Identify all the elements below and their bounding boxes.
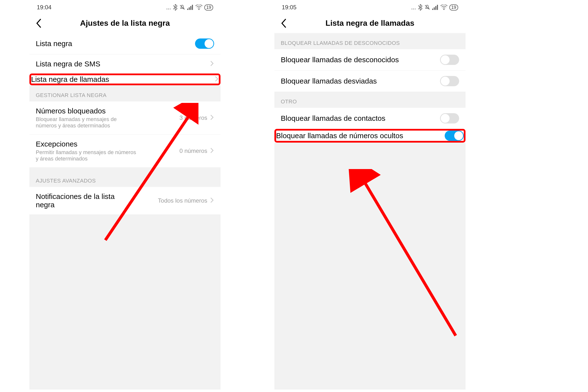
status-time: 19:04 [37, 4, 52, 11]
chevron-right-icon [210, 61, 214, 67]
svg-line-9 [362, 179, 456, 336]
section-desconocidos: BLOQUEAR LLAMADAS DE DESCONOCIDOS [274, 33, 466, 49]
chevron-right-icon [210, 148, 214, 154]
row-numeros-bloqueados[interactable]: Números bloqueados Bloquear llamadas y m… [30, 102, 220, 134]
row-title: Bloquear llamadas de desconocidos [281, 56, 440, 64]
row-title: Lista negra de llamadas [31, 75, 215, 84]
section-gestionar: GESTIONAR LISTA NEGRA [30, 85, 220, 102]
status-time: 19:05 [282, 4, 296, 11]
svg-rect-3 [192, 5, 193, 10]
row-bloquear-contactos[interactable]: Bloquear llamadas de contactos [274, 108, 466, 129]
row-title: Bloquear llamadas de contactos [281, 114, 440, 122]
status-icons: ... 19 [166, 4, 213, 11]
more-icon: ... [166, 4, 171, 11]
row-lista-sms[interactable]: Lista negra de SMS [30, 54, 220, 74]
svg-rect-6 [434, 7, 435, 10]
svg-rect-7 [435, 6, 436, 10]
signal-icon [432, 5, 438, 10]
row-subtitle: Permitir llamadas y mensajes de números … [36, 149, 139, 162]
row-lista-llamadas[interactable]: Lista negra de llamadas [30, 74, 220, 85]
row-value: 3 números [180, 114, 207, 121]
row-bloquear-desviadas[interactable]: Bloquear llamadas desviadas [274, 70, 466, 92]
row-title: Lista negra [36, 40, 195, 48]
toggle-desconocidos[interactable] [440, 55, 459, 65]
row-title: Lista negra de SMS [36, 60, 210, 68]
toggle-desviadas[interactable] [440, 76, 459, 86]
phone-right-screen: 19:05 ... 19 Lista negra de llamadas BLO… [274, 2, 466, 390]
bluetooth-icon [173, 4, 178, 10]
battery-icon: 19 [449, 4, 458, 10]
svg-rect-5 [432, 8, 433, 10]
row-subtitle: Bloquear llamadas y mensajes de números … [36, 116, 139, 129]
status-bar: 19:05 ... 19 [274, 2, 466, 13]
page-title: Ajustes de la lista negra [36, 18, 214, 28]
section-otro: OTRO [274, 92, 466, 108]
section-avanzados: AJUSTES AVANZADOS [30, 171, 220, 187]
phone-left-screen: 19:04 ... 19 Ajustes de la lista negra L… [30, 2, 220, 390]
row-title: Notificaciones de la lista negra [36, 192, 124, 209]
row-value: 0 números [180, 148, 207, 154]
chevron-right-icon [210, 198, 214, 204]
header: Ajustes de la lista negra [30, 13, 220, 33]
more-icon: ... [411, 4, 416, 11]
row-value: Todos los números [158, 197, 207, 204]
svg-rect-0 [187, 8, 188, 10]
page-title: Lista negra de llamadas [281, 18, 459, 28]
svg-rect-1 [189, 7, 190, 10]
chevron-right-icon [215, 76, 219, 82]
status-bar: 19:04 ... 19 [30, 2, 220, 13]
toggle-ocultos[interactable] [445, 130, 464, 141]
svg-rect-8 [437, 5, 438, 10]
header: Lista negra de llamadas [274, 13, 466, 33]
battery-icon: 19 [204, 4, 213, 10]
wifi-icon [440, 5, 447, 10]
wifi-icon [196, 5, 202, 10]
row-excepciones[interactable]: Excepciones Permitir llamadas y mensajes… [30, 134, 220, 167]
row-lista-negra[interactable]: Lista negra [30, 33, 220, 54]
annotation-arrow [348, 169, 470, 346]
row-bloquear-desconocidos[interactable]: Bloquear llamadas de desconocidos [274, 49, 466, 70]
toggle-contactos[interactable] [440, 113, 459, 124]
row-bloquear-ocultos[interactable]: Bloquear llamadas de números ocultos [274, 129, 466, 142]
mute-icon [424, 4, 430, 10]
row-title: Excepciones [36, 140, 180, 148]
bluetooth-icon [418, 4, 422, 10]
mute-icon [179, 4, 185, 10]
row-title: Bloquear llamadas desviadas [281, 77, 440, 85]
row-title: Números bloqueados [36, 107, 180, 115]
row-notificaciones[interactable]: Notificaciones de la lista negra Todos l… [30, 187, 220, 214]
svg-rect-2 [190, 6, 191, 10]
toggle-lista-negra[interactable] [195, 38, 214, 49]
row-title: Bloquear llamadas de números ocultos [276, 132, 445, 140]
signal-icon [187, 5, 194, 10]
status-icons: ... 19 [411, 4, 458, 11]
chevron-right-icon [210, 115, 214, 121]
